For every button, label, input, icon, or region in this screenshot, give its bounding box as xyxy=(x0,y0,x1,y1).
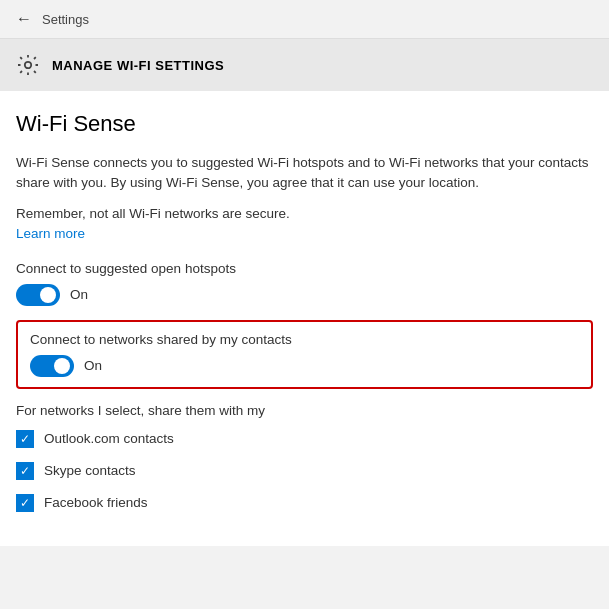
back-icon: ← xyxy=(16,10,32,28)
checkbox-row-1: ✓ Skype contacts xyxy=(16,462,593,480)
toggle2-control: On xyxy=(30,355,579,377)
gear-icon xyxy=(16,53,40,77)
manage-header: MANAGE WI-FI SETTINGS xyxy=(0,39,609,91)
header-title: Settings xyxy=(42,12,89,27)
manage-title: MANAGE WI-FI SETTINGS xyxy=(52,58,224,73)
toggle1-label: Connect to suggested open hotspots xyxy=(16,261,593,276)
warning-text: Remember, not all Wi-Fi networks are sec… xyxy=(16,206,593,221)
toggle1-track xyxy=(16,284,60,306)
back-button[interactable]: ← xyxy=(16,10,32,28)
checkbox-skype-label: Skype contacts xyxy=(44,463,136,478)
checkmark-facebook: ✓ xyxy=(20,497,30,509)
description-text: Wi-Fi Sense connects you to suggested Wi… xyxy=(16,153,593,194)
checkbox-skype[interactable]: ✓ xyxy=(16,462,34,480)
toggle1-state: On xyxy=(70,287,88,302)
toggle1-thumb xyxy=(40,287,56,303)
toggle2-highlighted-section: Connect to networks shared by my contact… xyxy=(16,320,593,389)
main-content: Wi-Fi Sense Wi-Fi Sense connects you to … xyxy=(0,91,609,546)
checkbox-facebook-label: Facebook friends xyxy=(44,495,148,510)
toggle1-control: On xyxy=(16,284,593,306)
checkmark-skype: ✓ xyxy=(20,465,30,477)
svg-point-0 xyxy=(25,62,31,68)
checkmark-outlook: ✓ xyxy=(20,433,30,445)
toggle2[interactable] xyxy=(30,355,74,377)
share-section: For networks I select, share them with m… xyxy=(16,403,593,512)
toggle1[interactable] xyxy=(16,284,60,306)
checkbox-row-2: ✓ Facebook friends xyxy=(16,494,593,512)
toggle1-row: Connect to suggested open hotspots On xyxy=(16,261,593,306)
checkbox-outlook-label: Outlook.com contacts xyxy=(44,431,174,446)
learn-more-link[interactable]: Learn more xyxy=(16,226,85,241)
toggle2-track xyxy=(30,355,74,377)
toggle2-thumb xyxy=(54,358,70,374)
toggle2-label: Connect to networks shared by my contact… xyxy=(30,332,579,347)
share-label: For networks I select, share them with m… xyxy=(16,403,593,418)
page-title: Wi-Fi Sense xyxy=(16,111,593,137)
checkbox-facebook[interactable]: ✓ xyxy=(16,494,34,512)
header: ← Settings xyxy=(0,0,609,39)
checkbox-row-0: ✓ Outlook.com contacts xyxy=(16,430,593,448)
toggle2-state: On xyxy=(84,358,102,373)
checkbox-outlook[interactable]: ✓ xyxy=(16,430,34,448)
